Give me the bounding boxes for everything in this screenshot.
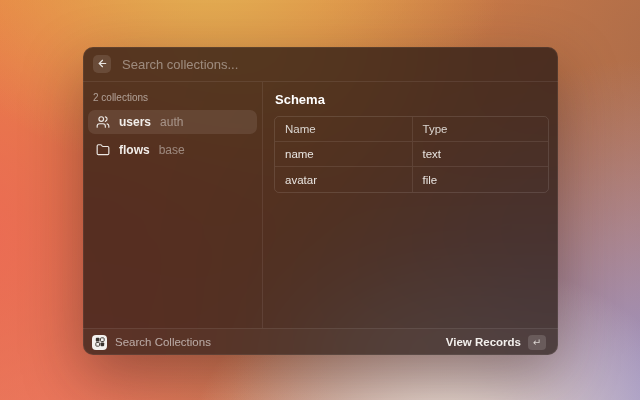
field-name-cell: name: [275, 142, 412, 166]
sidebar-item-flows[interactable]: flows base: [88, 138, 257, 162]
enter-key-icon: ↵: [528, 335, 546, 350]
search-bar: [83, 47, 558, 82]
table-row: name text: [275, 142, 548, 167]
collections-count-label: 2 collections: [88, 92, 257, 103]
schema-title: Schema: [275, 92, 549, 107]
footer-app-label: Search Collections: [115, 336, 211, 348]
field-type-cell: text: [412, 142, 549, 166]
collections-grid-icon: [92, 335, 107, 350]
footer-bar: Search Collections View Records ↵: [83, 328, 558, 355]
arrow-left-icon: [97, 57, 108, 72]
back-button[interactable]: [93, 55, 111, 73]
search-input[interactable]: [122, 57, 548, 72]
table-row: avatar file: [275, 167, 548, 192]
main-area: 2 collections users auth flows base Sche…: [83, 82, 558, 328]
collections-sidebar: 2 collections users auth flows base: [83, 82, 263, 328]
view-records-button[interactable]: View Records ↵: [443, 333, 549, 352]
collection-type-tag: auth: [160, 115, 183, 129]
command-palette-window: 2 collections users auth flows base Sche…: [83, 47, 558, 355]
sidebar-item-users[interactable]: users auth: [88, 110, 257, 134]
table-header-row: Name Type: [275, 117, 548, 142]
detail-panel: Schema Name Type name text avatar file: [263, 82, 558, 328]
view-records-label: View Records: [446, 336, 521, 348]
collection-name: users: [119, 115, 151, 129]
field-type-cell: file: [412, 167, 549, 192]
collection-name: flows: [119, 143, 150, 157]
users-icon: [96, 115, 110, 129]
schema-table: Name Type name text avatar file: [274, 116, 549, 193]
table-header-type: Type: [412, 117, 549, 141]
field-name-cell: avatar: [275, 167, 412, 192]
table-header-name: Name: [275, 117, 412, 141]
collection-type-tag: base: [159, 143, 185, 157]
folder-icon: [96, 143, 110, 157]
